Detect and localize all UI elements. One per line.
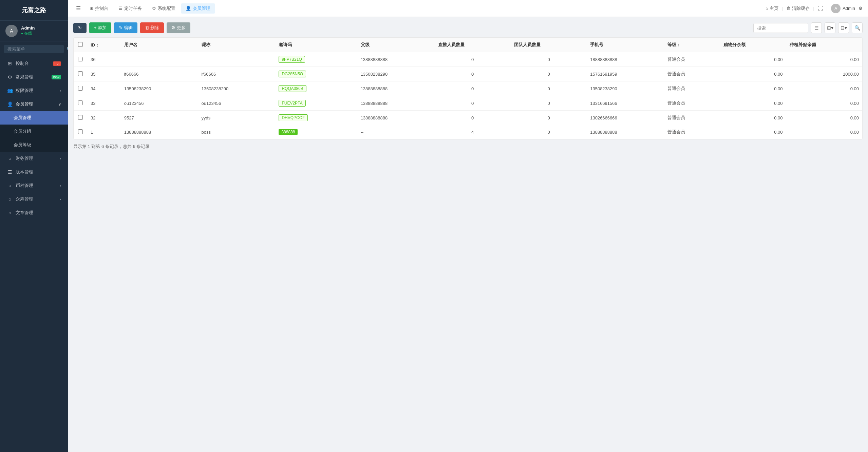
row-checkbox[interactable] — [78, 71, 83, 76]
col-id[interactable]: ID ↕ — [87, 38, 121, 52]
app-logo: 元富之路 — [0, 0, 68, 21]
settings-icon[interactable]: ⚙ — [858, 6, 863, 11]
row-checkbox-cell[interactable] — [74, 52, 87, 67]
tab-scheduled-label: 定时任务 — [124, 5, 142, 12]
row-checkbox-cell[interactable] — [74, 67, 87, 81]
row-checkbox-cell[interactable] — [74, 125, 87, 139]
content-area: ↻ + 添加 ✎ 编辑 🗑 删除 ⚙ 更多 ☰ ⊞▾ ⊟▾ 🔍 — [68, 17, 868, 452]
cell-parent: -- — [357, 125, 435, 139]
cell-level: 普通会员 — [664, 111, 720, 125]
members-submenu: 会员管理 会员分组 会员等级 — [0, 111, 68, 152]
select-all-cell[interactable] — [74, 38, 87, 52]
cell-team-count: 0 — [511, 52, 587, 67]
row-checkbox[interactable] — [78, 86, 83, 91]
sidebar-item-crowdfunding[interactable]: ○ 众筹管理 › — [0, 192, 68, 206]
chevron-icon: › — [60, 156, 61, 161]
topnav-right: ⌂ 主页 | 🗑 清除缓存 | ⛶ | A Admin ⚙ — [766, 4, 863, 13]
sidebar-item-version[interactable]: ☰ 版本管理 — [0, 165, 68, 179]
sidebar-item-member-mgmt[interactable]: 会员管理 — [0, 111, 68, 125]
article-icon: ○ — [7, 210, 13, 215]
permissions-icon: 👥 — [7, 88, 13, 93]
cell-plant-balance: 0.00 — [786, 52, 863, 67]
sidebar-search-box[interactable]: 🔍 — [4, 45, 64, 53]
sidebar-item-currency[interactable]: ○ 币种管理 › — [0, 179, 68, 192]
currency-icon: ○ — [7, 183, 13, 188]
row-checkbox-cell[interactable] — [74, 96, 87, 111]
row-checkbox-cell[interactable] — [74, 111, 87, 125]
home-link[interactable]: ⌂ 主页 — [766, 5, 778, 12]
cell-level: 普通会员 — [664, 52, 720, 67]
cell-phone: 13316691566 — [587, 96, 664, 111]
filter-btn[interactable]: ⊟▾ — [838, 22, 849, 33]
dashboard-icon: ⊞ — [7, 61, 13, 66]
search-input[interactable] — [754, 23, 808, 33]
col-level[interactable]: 等级 ↕ — [664, 38, 720, 52]
row-checkbox[interactable] — [78, 129, 83, 134]
grid-view-btn[interactable]: ⊞▾ — [825, 22, 835, 33]
select-all-checkbox[interactable] — [78, 42, 83, 47]
cell-username: 13888888888 — [121, 125, 198, 139]
cell-id: 1 — [87, 125, 121, 139]
row-checkbox[interactable] — [78, 57, 83, 61]
chevron-icon: › — [60, 184, 61, 188]
cell-plant-balance: 0.00 — [786, 111, 863, 125]
row-checkbox[interactable] — [78, 115, 83, 120]
sidebar-item-label: 会员分组 — [14, 128, 31, 134]
cell-plant-balance: 0.00 — [786, 125, 863, 139]
chevron-down-icon: ∨ — [58, 102, 61, 107]
tab-sysconfig[interactable]: ⚙ 系统配置 — [147, 3, 180, 14]
tab-dashboard-icon: ⊞ — [90, 6, 93, 11]
invite-badge: 888888 — [279, 129, 298, 135]
pagination-info: 显示第 1 到第 6 条记录，总共 6 条记录 — [73, 139, 863, 152]
sidebar-item-dashboard[interactable]: ⊞ 控制台 hot — [0, 57, 68, 70]
top-nav: ☰ ⊞ 控制台 ☰ 定时任务 ⚙ 系统配置 👤 会员管理 ⌂ 主页 — [68, 0, 868, 17]
list-view-btn[interactable]: ☰ — [811, 22, 822, 33]
col-nickname: 昵称 — [198, 38, 276, 52]
sidebar-item-article[interactable]: ○ 文章管理 — [0, 206, 68, 220]
refresh-button[interactable]: ↻ — [73, 23, 87, 33]
row-checkbox[interactable] — [78, 100, 83, 105]
user-profile[interactable]: A Admin 在线 — [0, 21, 68, 41]
cell-direct-count: 4 — [435, 125, 511, 139]
cell-nickname: 13508238290 — [198, 81, 276, 96]
sidebar-item-label: 控制台 — [16, 60, 29, 67]
menu-toggle-icon[interactable]: ☰ — [73, 3, 83, 14]
fullscreen-icon[interactable]: ⛶ — [818, 5, 823, 12]
cell-phone: 13026666666 — [587, 111, 664, 125]
table-row: 35 lf66666 lf66666 DG285N5O 13508238290 … — [74, 67, 862, 81]
cell-id: 36 — [87, 52, 121, 67]
more-button[interactable]: ⚙ 更多 — [167, 22, 190, 33]
table-scroll[interactable]: ID ↕ 用户名 昵称 邀请码 父级 直推人员数量 团队人员数量 手机号 等级 … — [74, 38, 862, 139]
cell-username — [121, 52, 198, 67]
cell-nickname: ou123456 — [198, 96, 276, 111]
sidebar-item-member-group[interactable]: 会员分组 — [0, 125, 68, 138]
search-box[interactable] — [753, 23, 808, 33]
tab-members[interactable]: 👤 会员管理 — [181, 3, 215, 14]
delete-button[interactable]: 🗑 删除 — [140, 22, 164, 33]
sidebar-item-permissions[interactable]: 👥 权限管理 › — [0, 84, 68, 97]
admin-user-info[interactable]: A Admin — [831, 4, 855, 13]
sidebar-item-label: 权限管理 — [16, 88, 33, 94]
tab-scheduled-icon: ☰ — [118, 6, 122, 11]
main-area: ☰ ⊞ 控制台 ☰ 定时任务 ⚙ 系统配置 👤 会员管理 ⌂ 主页 — [68, 0, 868, 452]
tab-sysconfig-label: 系统配置 — [158, 5, 175, 12]
cell-shopping-balance: 0.00 — [720, 81, 786, 96]
sidebar-item-finance[interactable]: ○ 财务管理 › — [0, 152, 68, 165]
cell-shopping-balance: 0.00 — [720, 52, 786, 67]
row-checkbox-cell[interactable] — [74, 81, 87, 96]
search-btn[interactable]: 🔍 — [852, 22, 863, 33]
sidebar-search-input[interactable] — [7, 46, 64, 52]
cell-team-count: 0 — [511, 125, 587, 139]
trash-icon: 🗑 — [786, 6, 791, 11]
tab-dashboard[interactable]: ⊞ 控制台 — [85, 3, 113, 14]
sidebar-item-member-level[interactable]: 会员等级 — [0, 138, 68, 152]
sidebar-item-general[interactable]: ⚙ 常规管理 new — [0, 70, 68, 84]
add-button[interactable]: + 添加 — [89, 22, 111, 33]
edit-button[interactable]: ✎ 编辑 — [114, 22, 137, 33]
sidebar-item-members[interactable]: 👤 会员管理 ∨ — [0, 97, 68, 111]
tab-scheduled[interactable]: ☰ 定时任务 — [114, 3, 147, 14]
table-row: 33 ou123456 ou123456 FUEV2PFA 1388888888… — [74, 96, 862, 111]
clear-cache-link[interactable]: 🗑 清除缓存 — [786, 5, 810, 12]
sidebar-item-label: 会员管理 — [16, 101, 33, 107]
cell-team-count: 0 — [511, 96, 587, 111]
